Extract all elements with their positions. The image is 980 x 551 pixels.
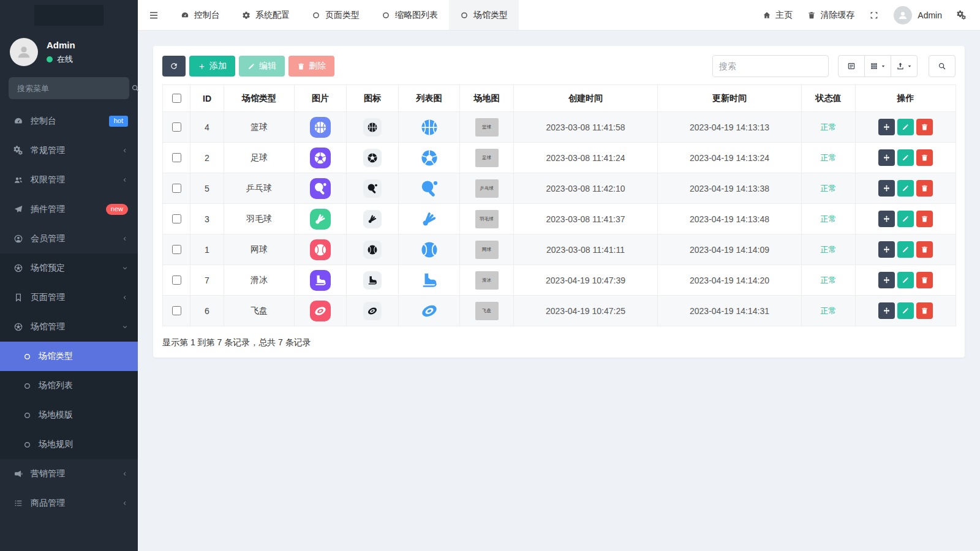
card-view-button[interactable] [838,55,865,77]
sidebar-item-page-mgmt[interactable]: 页面管理 [0,283,138,312]
search-icon[interactable] [131,84,140,92]
sidebar-item-plugin-mgmt[interactable]: 插件管理new [0,195,138,224]
sidebar-item-venue-type[interactable]: 场馆类型 [0,342,138,371]
export-button[interactable] [891,55,918,77]
table-row: 2足球足球2023-03-08 11:41:242023-04-19 14:13… [163,143,956,173]
sport-icon [363,179,382,198]
home-link[interactable]: 主页 [763,10,793,21]
actions-cell [856,204,956,234]
user-menu[interactable]: Admin [894,6,942,24]
row-checkbox[interactable] [172,306,181,315]
move-button[interactable] [878,119,895,135]
delete-label: 删除 [309,61,326,72]
move-button[interactable] [878,302,895,319]
column-header[interactable]: 状态值 [802,85,856,112]
table-search-input[interactable] [712,55,829,77]
sidebar-item-dashboard[interactable]: 控制台hot [0,107,138,136]
row-checkbox[interactable] [172,245,181,254]
row-checkbox[interactable] [172,153,181,162]
move-button[interactable] [878,241,895,258]
sidebar-item-label: 场馆类型 [39,351,128,362]
move-icon [883,154,891,162]
delete-row-button[interactable] [916,241,933,258]
edit-row-button[interactable] [897,119,914,135]
delete-button[interactable]: 删除 [288,56,334,77]
row-checkbox[interactable] [172,276,181,285]
table-row: 1网球网球2023-03-08 11:41:112023-04-19 14:14… [163,234,956,265]
row-checkbox[interactable] [172,122,181,132]
clear-cache-link[interactable]: 清除缓存 [807,10,854,21]
column-header[interactable]: 图标 [347,85,399,112]
select-all-checkbox[interactable] [172,94,181,103]
edit-button[interactable]: 编辑 [239,56,285,77]
settings-button[interactable] [957,10,967,20]
column-header[interactable]: ID [190,85,224,112]
list-image-cell [399,234,460,265]
menu-search [9,77,129,99]
edit-row-button[interactable] [897,272,914,288]
column-header[interactable]: 更新时间 [658,85,802,112]
delete-row-button[interactable] [916,149,933,166]
sidebar-item-permission-mgmt[interactable]: 权限管理 [0,165,138,195]
column-header[interactable]: 场地图 [460,85,514,112]
logo-placeholder [34,5,104,26]
sidebar-item-goods-mgmt[interactable]: 商品管理 [0,489,138,518]
row-checkbox[interactable] [172,214,181,223]
sidebar-item-marketing-mgmt[interactable]: 营销管理 [0,459,138,489]
trash-icon [921,307,929,315]
add-button[interactable]: 添加 [189,56,235,77]
column-header[interactable]: 场馆类型 [224,85,295,112]
tab-page-type[interactable]: 页面类型 [301,0,371,30]
trash-icon [921,215,929,223]
column-header[interactable]: 图片 [295,85,347,112]
sidebar-item-field-template[interactable]: 场地模版 [0,400,138,430]
delete-row-button[interactable] [916,211,933,227]
delete-row-button[interactable] [916,180,933,197]
columns-button[interactable] [864,55,891,77]
move-button[interactable] [878,149,895,166]
delete-row-button[interactable] [916,272,933,288]
search-icon [938,62,946,70]
search-submit-button[interactable] [929,55,956,77]
sidebar-item-venue-list[interactable]: 场馆列表 [0,371,138,400]
row-id: 1 [190,234,224,265]
home-label: 主页 [775,10,793,21]
sidebar-item-general-mgmt[interactable]: 常规管理 [0,136,138,165]
menu-search-input[interactable] [16,83,126,94]
edit-row-button[interactable] [897,302,914,319]
edit-row-button[interactable] [897,241,914,258]
venue-type-name: 飞盘 [224,296,295,326]
circle-icon [23,441,31,449]
tab-venue-type[interactable]: 场馆类型 [449,0,519,30]
column-header[interactable]: 操作 [856,85,956,112]
gauge-icon [181,11,189,20]
move-button[interactable] [878,180,895,197]
field-map-cell: 滑冰 [460,265,514,296]
edit-row-button[interactable] [897,180,914,197]
edit-row-button[interactable] [897,211,914,227]
sidebar-item-venue-mgmt[interactable]: 场馆管理 [0,312,138,342]
sport-icon [363,271,382,290]
column-header[interactable]: 创建时间 [514,85,658,112]
move-button[interactable] [878,211,895,227]
delete-row-button[interactable] [916,119,933,135]
column-header[interactable]: 列表图 [399,85,460,112]
row-checkbox[interactable] [172,184,181,193]
created-time: 2023-03-08 11:41:24 [514,143,658,173]
edit-row-button[interactable] [897,149,914,166]
users-icon [13,175,23,185]
move-button[interactable] [878,272,895,288]
sidebar-item-venue-booking[interactable]: 场馆预定 [0,253,138,283]
sidebar-toggle-button[interactable] [138,0,170,30]
fullscreen-button[interactable] [869,10,879,20]
sidebar-item-field-rule[interactable]: 场地规则 [0,430,138,459]
tab-dashboard[interactable]: 控制台 [170,0,231,30]
row-id: 4 [190,112,224,143]
sidebar-item-label: 会员管理 [31,233,115,244]
delete-row-button[interactable] [916,302,933,319]
sidebar-item-member-mgmt[interactable]: 会员管理 [0,224,138,253]
tab-system-config[interactable]: 系统配置 [231,0,301,30]
user-status: 在线 [57,54,73,65]
refresh-button[interactable] [162,56,186,77]
tab-thumbnail-list[interactable]: 缩略图列表 [371,0,449,30]
